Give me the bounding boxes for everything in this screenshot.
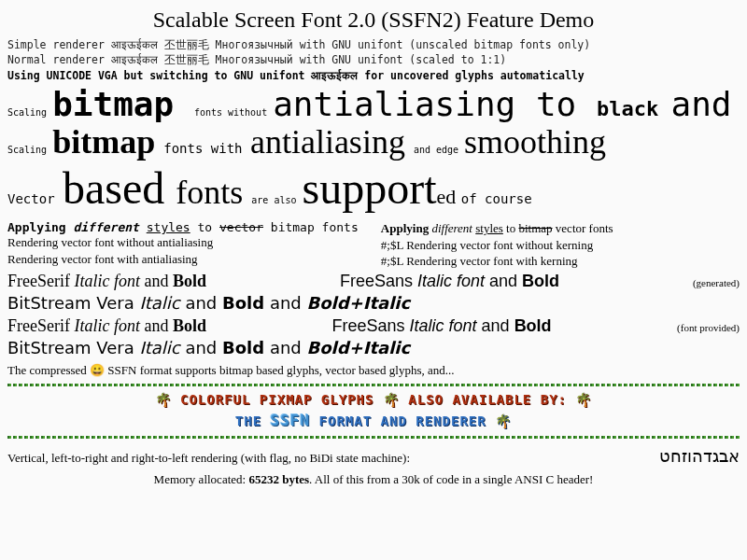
col-vector: Applying different styles to bitmap vect… [381, 220, 740, 270]
normal-renderer-line: Normal renderer आइऊईकल 丕世丽毛 Многоязычный… [0, 53, 747, 68]
hebrew-sample: אבגדהוזחט [659, 446, 740, 467]
generated-note: (generated) [693, 277, 740, 288]
render-kern: #;$L Rendering vector font with kerning [381, 253, 740, 270]
render-aa: Rendering vector font with antialiasing [7, 251, 366, 268]
render-nokern: #;$L Rendering vector font without kerni… [381, 237, 740, 254]
compressed-line: The compressed 😀 SSFN format supports bi… [0, 359, 747, 382]
pixmap-banner: 🌴 COLORFUL PIXMAP GLYPHS 🌴 ALSO AVAILABL… [0, 388, 747, 434]
styles-bitmap-line: Applying different styles to vector bitm… [7, 220, 366, 234]
rtl-line: Vertical, left-to-right and right-to-lef… [0, 441, 747, 467]
vera-line-2: BitStream Vera Italic and Bold and Bold+… [0, 338, 747, 359]
col-bitmap: Applying different styles to vector bitm… [7, 220, 366, 270]
freesans-prov: FreeSans Italic font and Bold [331, 316, 551, 336]
freeserif-prov: FreeSerif Italic font and Bold [7, 316, 206, 336]
font-row-generated: FreeSerif Italic font and Bold FreeSans … [0, 270, 747, 293]
page-title: Scalable Screen Font 2.0 (SSFN2) Feature… [0, 0, 747, 38]
unicode-vga-line: Using UNICODE VGA but switching to GNU u… [0, 67, 747, 84]
freeserif-gen: FreeSerif Italic font and Bold [7, 272, 206, 291]
freesans-gen: FreeSans Italic font and Bold [340, 272, 559, 291]
grass-divider-2 [7, 436, 740, 439]
vector-supported-line: Vector based fonts are also supported of… [0, 166, 747, 211]
scaling-bitmap-aa: Scaling bitmap fonts with antialiasing a… [0, 125, 747, 159]
simple-renderer-line: Simple renderer आइऊईकल 丕世丽毛 Многоязычный… [0, 38, 747, 53]
font-row-provided: FreeSerif Italic font and Bold FreeSans … [0, 315, 747, 338]
vera-line-1: BitStream Vera Italic and Bold and Bold+… [0, 293, 747, 315]
memory-line: Memory allocated: 65232 bytes. All of th… [0, 467, 747, 493]
provided-note: (font provided) [677, 322, 740, 333]
styles-columns: Applying different styles to vector bitm… [0, 217, 747, 270]
smiley-icon: 😀 [90, 363, 105, 377]
scaling-bitmap-noaa: Scaling bitmap fonts without antialiasin… [0, 88, 747, 121]
styles-vector-line: Applying different styles to bitmap vect… [381, 220, 740, 237]
grass-divider [7, 384, 740, 386]
render-noaa: Rendering vector font without antialiasi… [7, 234, 366, 251]
